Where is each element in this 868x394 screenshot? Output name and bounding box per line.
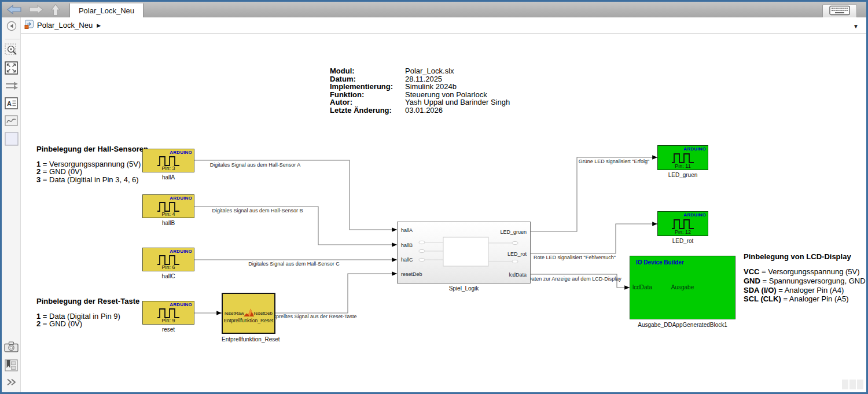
auto-arrange-icon — [5, 81, 19, 93]
block-hallB[interactable]: ARDUINO Pin: 4 — [142, 194, 194, 218]
simulink-window: Polar_Lock_Neu Polar_Lock_Neu ▶ ▼ — [0, 0, 868, 394]
forward-button[interactable] — [28, 5, 43, 15]
info-row: Modul:Polar_Lock.slx — [330, 67, 510, 75]
signal-label-hallA[interactable]: Digitales Signal aus dem Hall-Sensor A — [210, 162, 301, 168]
wire-led-gruen[interactable] — [531, 157, 657, 231]
block-entprellfunktion[interactable]: resetRaw resetDeb Entprellfunktion_Reset — [222, 293, 275, 334]
screenshot-icon — [4, 341, 19, 355]
info-label: Datum: — [330, 75, 405, 83]
expand-toolstrip-icon — [6, 378, 17, 389]
block-hallC[interactable]: ARDUINO Pin: 6 — [142, 248, 194, 271]
block-name-ausgabe[interactable]: Ausgabe_DDAppGeneratedBlock1 — [630, 322, 735, 328]
outport-led-gruen: LED_gruen — [500, 229, 527, 235]
block-inner-label: Entprellfunktion_Reset — [223, 318, 274, 323]
block-name-reset[interactable]: reset — [142, 326, 194, 333]
back-button[interactable] — [6, 5, 21, 15]
palette-sidebar: A — [2, 17, 21, 392]
signal-label-led-gruen[interactable]: Grüne LED signalisiert "Erfolg" — [579, 159, 649, 164]
reset-pinout-annotation[interactable]: Pinbelegung der Reset-Taste 1 = Data (Di… — [36, 297, 139, 328]
annotation-line: SCL (CLK) = Analoger Pin (A5) — [744, 294, 866, 304]
arduino-brand-label: ARDUINO — [683, 146, 706, 152]
viewmarks-button[interactable] — [2, 359, 21, 374]
port-label-resetRaw: resetRaw — [225, 311, 244, 316]
expand-toolstrip-button[interactable] — [2, 378, 21, 389]
explorer-bar-toggle-icon — [6, 21, 17, 34]
breadcrumb-title[interactable]: Polar_Lock_Neu — [37, 21, 93, 30]
model-icon — [24, 20, 34, 31]
up-arrow-icon — [50, 9, 61, 18]
pin-label: Pin: 12 — [658, 229, 708, 235]
model-info-annotation[interactable]: Modul:Polar_Lock.slx Datum:28.11.2025 Im… — [330, 67, 510, 115]
block-hallA[interactable]: ARDUINO Pin: 3 — [142, 149, 194, 172]
block-name-entprellfunktion[interactable]: Entprellfunktion_Reset — [222, 336, 275, 343]
annotation-line: 2 = GND (0V) — [36, 168, 148, 175]
lcd-pinout-annotation[interactable]: Pinbelegung von LCD-Display VCC = Versor… — [744, 252, 866, 304]
annotation-button[interactable]: A — [2, 97, 21, 112]
block-name-hallB[interactable]: hallB — [142, 220, 194, 226]
keyboard-shortcuts-button[interactable] — [822, 4, 857, 19]
pin-label: Pin: 3 — [143, 165, 194, 171]
forward-arrow-icon — [29, 8, 43, 16]
explorer-bar-toggle-button[interactable] — [2, 21, 21, 34]
outport-led-rot: LED_rot — [507, 251, 527, 257]
model-tab[interactable]: Polar_Lock_Neu — [69, 3, 144, 19]
up-to-parent-button[interactable] — [48, 3, 63, 17]
info-value: 28.11.2025 — [405, 75, 442, 83]
info-label: Modul: — [330, 67, 405, 75]
wire-hallA[interactable] — [194, 160, 397, 230]
auto-arrange-button[interactable] — [2, 81, 21, 93]
zoom-button[interactable] — [2, 43, 21, 59]
info-row: Autor:Yash Uppal und Barinder Singh — [330, 98, 510, 106]
signal-label-lcd[interactable]: Daten zur Anzeige auf dem LCD-Display — [528, 276, 621, 282]
signal-label-hallC[interactable]: Digitales Signal aus dem Hall-Sensor C — [248, 261, 340, 267]
area-annotation-button[interactable] — [2, 132, 21, 148]
arduino-brand-label: ARDUINO — [170, 150, 192, 155]
annotation-title: Pinbelegung von LCD-Display — [744, 252, 866, 261]
breadcrumb-expand-icon[interactable]: ▶ — [97, 23, 101, 28]
block-name-led-rot[interactable]: LED_rot — [657, 238, 708, 244]
block-name-spiel-logik[interactable]: Spiel_Logik — [397, 285, 531, 292]
block-led-gruen[interactable]: ARDUINO Pin: 11 — [657, 145, 708, 170]
subsystem-list-dropdown-icon[interactable]: ▼ — [853, 23, 859, 30]
navigation-toolbar: Polar_Lock_Neu — [2, 2, 866, 17]
info-row: Letzte Änderung:03.01.2026 — [330, 106, 510, 115]
block-reset[interactable]: ARDUINO Pin: 9 — [142, 301, 194, 325]
inport-hallB: hallB — [401, 242, 413, 248]
signal-wires — [0, 0, 868, 394]
block-name-hallC[interactable]: hallC — [142, 273, 194, 279]
info-label: Funktion: — [330, 91, 405, 99]
info-value: Steuerung von Polarlock — [405, 91, 487, 99]
keyboard-icon — [829, 5, 850, 18]
screenshot-button[interactable] — [2, 341, 21, 355]
signal-label-reset[interactable]: Entprelltes Signal aus der Reset-Taste — [268, 314, 356, 319]
area-annotation-icon — [5, 132, 19, 148]
signal-label-led-rot[interactable]: Rote LED signalisiert "Fehlversuch" — [534, 255, 616, 260]
info-label: Autor: — [330, 98, 405, 106]
block-led-rot[interactable]: ARDUINO Pin: 12 — [657, 211, 708, 236]
pin-label: Pin: 9 — [143, 318, 194, 323]
hall-pinout-annotation[interactable]: Pinbelegung der Hall-Sensoren 1 = Versor… — [36, 145, 148, 183]
image-annotation-button[interactable] — [2, 115, 21, 128]
wire-reset-deb[interactable] — [275, 274, 397, 313]
zoom-icon — [5, 43, 18, 59]
fit-to-view-button[interactable] — [2, 61, 21, 77]
arduino-brand-label: ARDUINO — [170, 196, 192, 201]
annotation-line: SDA (I/O) = Analoger Pin (A4) — [744, 286, 866, 295]
arduino-brand-label: ARDUINO — [170, 302, 192, 307]
annotation-line: 3 = Data (Digitial in Pin 3, 4, 6) — [36, 176, 148, 183]
block-name-hallA[interactable]: hallA — [142, 174, 194, 181]
signal-label-hallB[interactable]: Digitales Signal aus dem Hall-Sensor B — [212, 208, 303, 213]
info-label: Implementierung: — [330, 83, 405, 91]
port-label-resetDeb: resetDeb — [254, 311, 273, 316]
info-row: Implementierung:Simulink 2024b — [330, 83, 510, 91]
annotation-icon: A — [5, 97, 18, 112]
block-ausgabe[interactable]: IO Device Builder lcdData Ausgabe — [630, 256, 735, 319]
info-value: 03.01.2026 — [405, 106, 443, 115]
info-label: Letzte Änderung: — [330, 106, 405, 115]
block-name-led-gruen[interactable]: LED_gruen — [657, 172, 708, 178]
pin-label: Pin: 4 — [143, 211, 194, 217]
annotation-line: 1 = Data (Digital in Pin 9) — [36, 312, 139, 320]
block-spiel-logik[interactable]: hallA hallB hallC resetDeb LED_gruen LED… — [397, 222, 531, 283]
wire-led-rot[interactable] — [531, 224, 657, 253]
svg-text:A: A — [7, 100, 12, 107]
